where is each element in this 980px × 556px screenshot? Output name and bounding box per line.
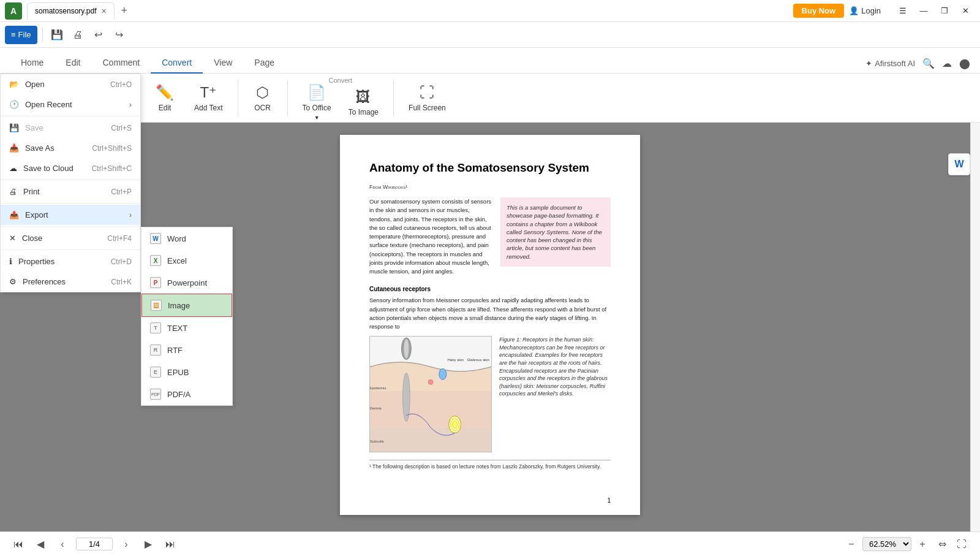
save-as-icon: 📥 xyxy=(9,143,19,153)
go-next-button[interactable]: › xyxy=(118,536,135,553)
menu-save-cloud[interactable]: ☁ Save to Cloud Ctrl+Shift+C xyxy=(1,158,140,178)
export-submenu: W Word X Excel P Powerpoint 🖼 Image T TE… xyxy=(141,227,233,406)
export-icon: 📤 xyxy=(9,210,19,219)
tab-convert[interactable]: Convert xyxy=(151,53,203,74)
export-text[interactable]: T TEXT xyxy=(141,317,232,339)
buy-now-button[interactable]: Buy Now xyxy=(793,4,845,18)
toimage-tool-button[interactable]: 🖼 To Image xyxy=(341,85,386,120)
go-end-button[interactable]: ⏭ xyxy=(162,536,179,553)
export-rtf[interactable]: R RTF xyxy=(141,339,232,361)
menu-save-as[interactable]: 📥 Save As Ctrl+Shift+S xyxy=(1,138,140,158)
navtabs-right: ✦ Afirstsoft AI 🔍 ☁ ⬤ xyxy=(865,58,970,73)
tab-comment[interactable]: Comment xyxy=(91,53,151,74)
export-epub-label: EPUB xyxy=(167,368,189,377)
redo-button[interactable]: ↪ xyxy=(110,26,129,44)
right-panel-toggle[interactable] xyxy=(970,123,980,531)
export-powerpoint[interactable]: P Powerpoint xyxy=(141,272,232,294)
svg-point-2 xyxy=(404,339,409,359)
close-tab-icon[interactable]: × xyxy=(102,6,107,16)
tab-edit[interactable]: Edit xyxy=(55,53,91,74)
zoom-in-button[interactable]: + xyxy=(914,536,931,553)
menu-open-recent-label: Open Recent xyxy=(25,100,72,109)
toolbar-separator xyxy=(42,28,43,42)
fullscreen-tool-button[interactable]: ⛶ Full Screen xyxy=(401,77,453,119)
tab-page[interactable]: Page xyxy=(243,53,285,74)
search-button[interactable]: 🔍 xyxy=(922,58,935,69)
ribbon-separator-2 xyxy=(238,80,238,116)
document-tab[interactable]: somatosensory.pdf × xyxy=(27,2,115,20)
save-menu-icon: 💾 xyxy=(9,123,19,132)
export-image-label: Image xyxy=(168,301,190,310)
file-button[interactable]: ≡ File xyxy=(5,26,37,44)
menu-open[interactable]: 📂 Open Ctrl+O xyxy=(1,74,140,94)
save-button[interactable]: 💾 xyxy=(48,26,66,44)
export-image[interactable]: 🖼 Image xyxy=(141,294,232,317)
fullscreen-label: Full Screen xyxy=(409,104,446,112)
ocr-tool-button[interactable]: ⬡ OCR xyxy=(246,77,280,119)
login-button[interactable]: 👤 Login xyxy=(849,6,881,15)
addtext-label: Add Text xyxy=(194,104,222,112)
properties-shortcut: Ctrl+D xyxy=(111,257,132,266)
export-pdfa[interactable]: PDF PDF/A xyxy=(141,383,232,405)
menu-properties[interactable]: ℹ Properties Ctrl+D xyxy=(1,251,140,272)
hamburger-button[interactable]: ☰ xyxy=(893,2,913,20)
tab-label: somatosensory.pdf xyxy=(35,7,97,15)
menu-close[interactable]: ✕ Close Ctrl+F4 xyxy=(1,228,140,248)
titlebar-actions: Buy Now 👤 Login ☰ — ❐ ✕ xyxy=(793,2,975,20)
window-controls: ☰ — ❐ ✕ xyxy=(893,2,975,20)
pdf-source: From Wikibooks¹ xyxy=(369,183,611,192)
addtext-tool-button[interactable]: T⁺ Add Text xyxy=(187,77,230,119)
export-word[interactable]: W Word xyxy=(141,227,232,249)
app-logo: A xyxy=(5,2,22,20)
ai-label: Afirstsoft AI xyxy=(875,59,915,68)
skin-diagram-svg: Hairy skin Glabrous skin Epidermis Dermi… xyxy=(370,336,491,452)
fit-width-button[interactable]: ⇔ xyxy=(933,536,951,553)
menu-sep-4 xyxy=(1,226,140,227)
menu-preferences[interactable]: ⚙ Preferences Ctrl+K xyxy=(1,272,140,292)
zoom-out-button[interactable]: − xyxy=(843,536,860,553)
close-menu-icon: ✕ xyxy=(9,234,16,243)
undo-button[interactable]: ↩ xyxy=(89,26,108,44)
nav-tabs: Home Edit Comment Convert View Page ✦ Af… xyxy=(0,48,980,74)
menu-print-label: Print xyxy=(23,187,40,196)
pdf-paragraph-1: Our somatosensory system consists of sen… xyxy=(369,197,493,276)
word-float-button[interactable]: W xyxy=(948,153,970,175)
open-recent-icon: 🕐 xyxy=(9,100,19,109)
export-epub[interactable]: E EPUB xyxy=(141,361,232,383)
go-back-button[interactable]: ‹ xyxy=(54,536,71,553)
new-tab-button[interactable]: + xyxy=(117,4,132,18)
restore-button[interactable]: ❐ xyxy=(935,2,954,20)
export-excel[interactable]: X Excel xyxy=(141,249,232,272)
save-cloud-icon: ☁ xyxy=(9,164,17,173)
print-button[interactable]: 🖨 xyxy=(69,26,87,44)
cloud-button[interactable]: ☁ xyxy=(942,58,952,69)
tab-view[interactable]: View xyxy=(203,53,243,74)
tooffice-tool-button[interactable]: 📄 To Office ▼ xyxy=(295,85,339,120)
minimize-button[interactable]: — xyxy=(914,2,933,20)
save-cloud-shortcut: Ctrl+Shift+C xyxy=(92,164,132,173)
properties-icon: ℹ xyxy=(9,257,12,266)
svg-rect-3 xyxy=(370,391,491,427)
menu-print[interactable]: 🖨 Print Ctrl+P xyxy=(1,181,140,202)
page-number-input[interactable] xyxy=(76,538,113,550)
menu-save[interactable]: 💾 Save Ctrl+S xyxy=(1,118,140,138)
svg-point-9 xyxy=(453,421,458,428)
menu-export[interactable]: 📤 Export › xyxy=(1,205,140,225)
pdf-pink-box: This is a sample document to showcase pa… xyxy=(500,197,611,267)
zoom-select[interactable]: 62.52% 50% 75% 100% 125% 150% 200% xyxy=(862,537,911,551)
close-window-button[interactable]: ✕ xyxy=(956,2,975,20)
toimage-label: To Image xyxy=(349,108,379,116)
svg-text:Epidermis: Epidermis xyxy=(370,386,386,390)
go-last-button[interactable]: ▶ xyxy=(140,536,157,553)
tab-home[interactable]: Home xyxy=(10,53,55,74)
pdf-footnote: ¹ The following description is based on … xyxy=(369,460,611,471)
menu-close-label: Close xyxy=(22,234,42,243)
file-menu: 📂 Open Ctrl+O 🕐 Open Recent › 💾 Save Ctr… xyxy=(0,74,141,292)
go-prev-button[interactable]: ◀ xyxy=(32,536,49,553)
edit-tool-button[interactable]: ✏️ Edit xyxy=(148,77,182,119)
go-first-button[interactable]: ⏮ xyxy=(10,536,27,553)
fit-page-button[interactable]: ⛶ xyxy=(953,536,970,553)
menu-open-recent[interactable]: 🕐 Open Recent › xyxy=(1,94,140,115)
expand-right-button[interactable]: ⬤ xyxy=(959,58,970,69)
ai-button[interactable]: ✦ Afirstsoft AI xyxy=(865,59,915,68)
